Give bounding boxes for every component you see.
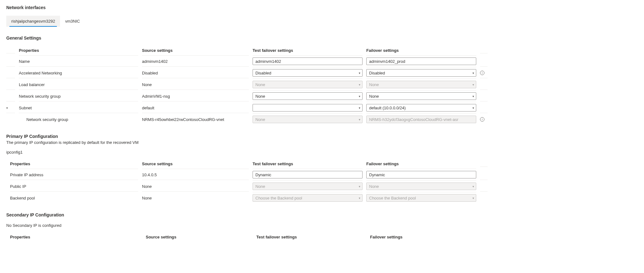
p-col-test: Test failover settings xyxy=(253,158,363,169)
name-failover-input[interactable] xyxy=(366,57,476,65)
row-subnet-label: Subnet xyxy=(19,103,138,113)
publicip-failover-value: None xyxy=(369,184,379,189)
publicip-test-value: None xyxy=(255,184,265,189)
privateip-failover-input[interactable] xyxy=(366,171,476,178)
backend-failover-select: Choose the Backend pool ▾ xyxy=(366,194,476,202)
chevron-down-icon: ▾ xyxy=(359,118,360,121)
p-col-source: Source settings xyxy=(142,158,249,169)
row-lb-label: Load balancer xyxy=(19,80,138,90)
row-privateip-label: Private IP address xyxy=(10,170,138,180)
nsg-test-value: None xyxy=(255,94,265,99)
row-lb-source: None xyxy=(142,80,249,90)
p-col-properties: Properties xyxy=(10,158,138,169)
col-failover: Failover settings xyxy=(366,45,476,56)
s-col-test: Test failover settings xyxy=(256,232,366,242)
row-subnet-source: default xyxy=(142,103,249,113)
name-test-input[interactable] xyxy=(253,57,363,65)
secondary-ip-msg: No Secondary IP is configured xyxy=(6,223,638,228)
s-col-failover: Failover settings xyxy=(370,232,480,242)
primary-ip-desc: The primary IP configuration is replicat… xyxy=(6,140,638,145)
row-backend-source: None xyxy=(142,193,249,203)
subnet-failover-select[interactable]: default (10.0.0.0/24) ▾ xyxy=(366,104,476,112)
lb-failover-value: None xyxy=(369,82,379,87)
subnet-test-select[interactable]: ▾ xyxy=(253,104,363,112)
chevron-down-icon: ▾ xyxy=(359,95,360,98)
nsg-test-select[interactable]: None ▾ xyxy=(253,92,363,100)
row-nsg-source: AdminVM1-nsg xyxy=(142,91,249,101)
primary-ip-name: ipconfig1 xyxy=(6,150,638,155)
tab-nic-1[interactable]: vm3NIC xyxy=(60,16,85,27)
chevron-down-icon: ▾ xyxy=(472,83,474,86)
lb-test-select: None ▾ xyxy=(253,81,363,88)
chevron-down-icon: ▾ xyxy=(359,83,360,86)
lb-failover-select: None ▾ xyxy=(366,81,476,88)
row-publicip-source: None xyxy=(142,182,249,192)
expand-icon[interactable]: ▾ xyxy=(6,106,11,110)
backend-failover-value: Choose the Backend pool xyxy=(369,196,416,200)
publicip-failover-select: None ▾ xyxy=(366,183,476,190)
accel-failover-select[interactable]: Disabled ▾ xyxy=(366,69,476,77)
row-accel-label: Accelerated Networking xyxy=(19,68,138,78)
chevron-down-icon: ▾ xyxy=(359,185,360,188)
row-subnsg-label: Network security group xyxy=(19,114,138,124)
primary-table: Properties Source settings Test failover… xyxy=(10,158,638,204)
p-col-failover: Failover settings xyxy=(366,158,476,169)
accel-failover-value: Disabled xyxy=(369,71,385,75)
chevron-down-icon: ▾ xyxy=(472,71,474,75)
secondary-table: Properties Source settings Test failover… xyxy=(10,232,638,242)
chevron-down-icon: ▾ xyxy=(472,95,474,98)
primary-ip-title: Primary IP Configuration xyxy=(6,134,638,139)
info-icon[interactable]: i xyxy=(480,117,484,122)
chevron-down-icon: ▾ xyxy=(359,71,360,75)
accel-test-value: Disabled xyxy=(255,71,271,75)
publicip-test-select: None ▾ xyxy=(253,183,363,190)
row-subnsg-source: NRMS-r45owhbei22rwContosoCloudRG-vnet xyxy=(142,114,249,124)
col-test-failover: Test failover settings xyxy=(253,45,363,56)
subnsg-failover-display: NRMS-h32ydcf3aogxgContosoCloudRG-vnet-as… xyxy=(366,116,476,123)
row-accel-source: Disabled xyxy=(142,68,249,78)
nsg-failover-value: None xyxy=(369,94,379,99)
row-name-label: Name xyxy=(19,57,138,67)
tab-nic-0[interactable]: rishjaiipchangesvm3292 xyxy=(6,16,60,27)
lb-test-value: None xyxy=(255,82,265,87)
subnet-failover-value: default (10.0.0.0/24) xyxy=(369,106,406,110)
chevron-down-icon: ▾ xyxy=(472,106,474,110)
subnsg-test-value: None xyxy=(255,117,265,122)
chevron-down-icon: ▾ xyxy=(472,185,474,188)
nic-tabs: rishjaiipchangesvm3292 vm3NIC xyxy=(6,16,638,27)
general-table: Properties Source settings Test failover… xyxy=(6,45,638,125)
accel-test-select[interactable]: Disabled ▾ xyxy=(253,69,363,77)
privateip-test-input[interactable] xyxy=(253,171,363,178)
chevron-down-icon: ▾ xyxy=(359,196,360,200)
row-name-source: adminvm1402 xyxy=(142,57,249,67)
page-title: Network interfaces xyxy=(6,5,638,10)
row-nsg-label: Network security group xyxy=(19,91,138,101)
backend-test-value: Choose the Backend pool xyxy=(255,196,302,200)
general-settings-title: General Settings xyxy=(6,35,638,41)
chevron-down-icon: ▾ xyxy=(472,196,474,200)
s-col-source: Source settings xyxy=(146,232,253,242)
subnsg-test-select: None ▾ xyxy=(253,116,363,123)
row-backend-label: Backend pool xyxy=(10,193,138,203)
backend-test-select: Choose the Backend pool ▾ xyxy=(253,194,363,202)
row-privateip-source: 10.4.0.5 xyxy=(142,170,249,180)
s-col-properties: Properties xyxy=(10,232,142,242)
col-properties: Properties xyxy=(19,45,138,56)
secondary-ip-title: Secondary IP Configuration xyxy=(6,212,638,217)
row-publicip-label: Public IP xyxy=(10,182,138,192)
col-source: Source settings xyxy=(142,45,249,56)
chevron-down-icon: ▾ xyxy=(359,106,360,110)
info-icon[interactable]: i xyxy=(480,71,484,75)
nsg-failover-select[interactable]: None ▾ xyxy=(366,92,476,100)
